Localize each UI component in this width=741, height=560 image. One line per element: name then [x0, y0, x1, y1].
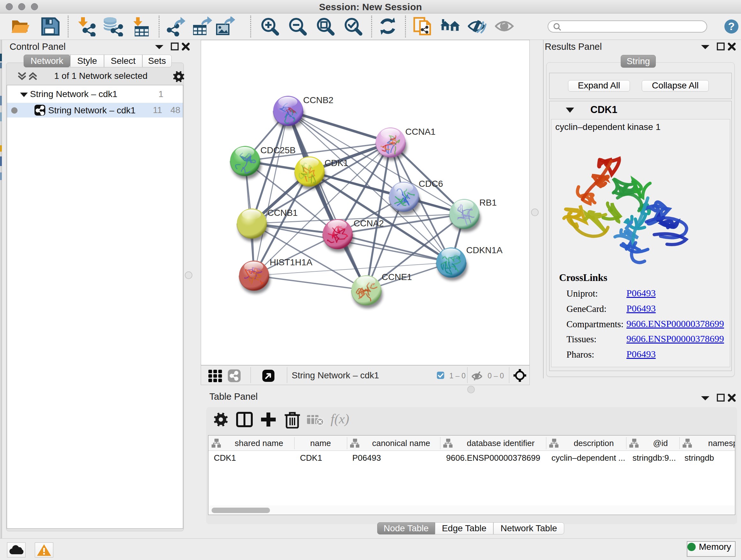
svg-text:CCNA2: CCNA2 [354, 219, 384, 228]
svg-text:CCNB1: CCNB1 [267, 208, 298, 218]
svg-text:CCNB2: CCNB2 [303, 95, 333, 105]
svg-text:?: ? [728, 20, 735, 32]
svg-text:CDC6: CDC6 [419, 179, 443, 189]
svg-text:CDK1: CDK1 [325, 158, 348, 168]
svg-text:RB1: RB1 [479, 198, 496, 207]
svg-text:CDKN1A: CDKN1A [466, 245, 502, 255]
svg-text:CDC25B: CDC25B [260, 145, 295, 155]
svg-text:CCNA1: CCNA1 [405, 127, 435, 137]
svg-text:CCNE1: CCNE1 [382, 272, 412, 282]
svg-text:HIST1H1A: HIST1H1A [270, 257, 313, 267]
